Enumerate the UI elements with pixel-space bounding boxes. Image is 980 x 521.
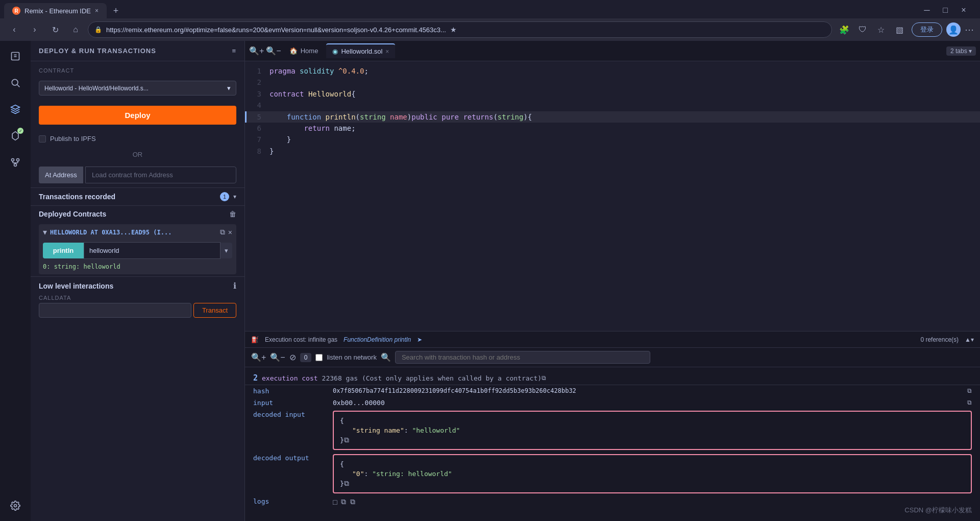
zoom-out-btn[interactable]: 🔍− <box>266 46 281 56</box>
forward-btn[interactable]: › <box>27 21 43 38</box>
deployed-contract: ▾ HELLOWORLD AT 0XA13...EAD95 (I... ⧉ × … <box>39 224 236 274</box>
login-btn[interactable]: 登录 <box>912 22 942 37</box>
contract-name: HELLOWORLD AT 0XA13...EAD95 (I... <box>50 229 217 236</box>
browser-chrome: R Remix - Ethereum IDE × + ─ □ × ‹ › ↻ ⌂… <box>0 0 980 41</box>
execution-header: 2 execution cost 22368 gas (Cost only ap… <box>245 371 980 385</box>
sidebar-icon-deploy[interactable] <box>6 100 24 119</box>
copy-contract-btn[interactable]: ⧉ <box>220 228 225 236</box>
new-tab-btn[interactable]: + <box>107 3 125 18</box>
tab-helloworld[interactable]: ◉ Helloworld.sol × <box>326 43 395 58</box>
home-tab-label: Home <box>301 47 318 55</box>
tab-home[interactable]: 🏠 Home <box>283 44 325 58</box>
decoded-input-label: decoded input <box>253 411 325 418</box>
at-address-row: At Address Load contract from Address <box>39 167 236 183</box>
method-result: 0: string: helloworld <box>39 261 236 274</box>
terminal-zoom-out[interactable]: 🔍− <box>270 352 285 362</box>
user-avatar: 👤 <box>946 22 961 37</box>
sidebar-icon-file[interactable] <box>6 47 24 65</box>
editor-area: 🔍+ 🔍− 🏠 Home ◉ Helloworld.sol × 2 tabs ▾… <box>245 41 980 521</box>
method-input[interactable] <box>84 242 220 259</box>
transact-btn[interactable]: Transact <box>193 303 236 318</box>
input-row: input 0xb00...00000 ⧉ <box>245 397 980 409</box>
logs-action3-btn[interactable]: ⧉ <box>350 498 355 506</box>
home-btn[interactable]: ⌂ <box>67 21 84 38</box>
copy-decoded-output-btn[interactable]: ⧉ <box>344 479 349 488</box>
method-btn[interactable]: println <box>43 243 84 258</box>
arrow-icon: ➤ <box>417 336 422 343</box>
svg-marker-5 <box>12 132 18 140</box>
decoded-output-label: decoded output <box>253 454 325 462</box>
code-line-1: 1 pragma solidity ^0.4.0; <box>245 65 980 77</box>
at-address-btn[interactable]: At Address <box>39 167 83 183</box>
transactions-recorded-section[interactable]: Transactions recorded 1 ▾ <box>31 187 244 205</box>
sidebar-btn[interactable]: ▧ <box>891 21 908 38</box>
listen-checkbox[interactable] <box>315 354 323 361</box>
svg-line-4 <box>17 85 20 87</box>
sidebar-icon-git[interactable] <box>6 153 24 172</box>
sidebar-icon-search[interactable] <box>6 74 24 92</box>
copy-decoded-input-btn[interactable]: ⧉ <box>344 436 349 444</box>
zoom-in-btn[interactable]: 🔍+ <box>249 46 264 56</box>
home-tab-icon: 🏠 <box>289 47 298 55</box>
gas-icon: ⛽ <box>251 336 259 343</box>
active-tab[interactable]: R Remix - Ethereum IDE × <box>4 3 107 18</box>
hash-label: hash <box>253 387 325 395</box>
logs-actions: □ ⧉ ⧉ <box>333 498 355 506</box>
deployed-contracts-section[interactable]: Deployed Contracts 🗑 <box>31 205 244 222</box>
file-tab-close[interactable]: × <box>385 48 389 55</box>
svg-point-7 <box>12 159 14 161</box>
nav-menu-btn[interactable]: ⋯ <box>965 24 974 35</box>
sidebar-icon-settings[interactable] <box>6 496 24 515</box>
terminal-zoom-in[interactable]: 🔍+ <box>251 352 266 362</box>
refresh-btn[interactable]: ↻ <box>47 21 63 38</box>
close-window-btn[interactable]: × <box>955 2 972 18</box>
transactions-badge: 1 <box>220 192 229 201</box>
logs-action1-btn[interactable]: □ <box>333 498 337 506</box>
close-contract-btn[interactable]: × <box>228 228 232 236</box>
references-status: 0 reference(s) <box>920 336 959 343</box>
copy-gas-btn[interactable]: ⧉ <box>542 374 546 382</box>
collapse-icon[interactable]: ▾ <box>43 227 47 237</box>
decoded-output-field: "0": "string: helloworld" <box>340 469 965 479</box>
contract-select[interactable]: Helloworld - HelloWorld/Helloworld.s... … <box>39 81 236 96</box>
tabs-count[interactable]: 2 tabs ▾ <box>946 46 976 56</box>
maximize-btn[interactable]: □ <box>937 2 953 18</box>
exec-number: 2 <box>253 373 258 383</box>
hash-row: hash 0x7f85067ba774f11d228009231099dfc40… <box>245 385 980 397</box>
file-tab-icon: ◉ <box>332 48 338 55</box>
deploy-btn[interactable]: Deploy <box>39 106 236 125</box>
contract-select-chevron: ▾ <box>227 84 231 92</box>
sidebar-icon-plugin[interactable]: ✓ <box>6 127 24 145</box>
tx-details: 2 execution cost 22368 gas (Cost only ap… <box>245 367 980 521</box>
panel-header: DEPLOY & RUN TRANSACTIONS ≡ <box>31 41 244 61</box>
contract-method-row: println ▾ <box>43 242 232 259</box>
decoded-input-field: "string name": "helloworld" <box>340 425 965 435</box>
logs-action2-btn[interactable]: ⧉ <box>341 498 346 506</box>
minimize-btn[interactable]: ─ <box>919 2 935 18</box>
load-contract-btn[interactable]: Load contract from Address <box>85 167 236 183</box>
calldata-input[interactable] <box>39 303 191 318</box>
url-bar[interactable]: 🔒 https://remix.ethereum.org/#optimize=f… <box>88 21 832 38</box>
back-btn[interactable]: ‹ <box>6 21 22 38</box>
shield-btn[interactable]: 🛡 <box>854 21 871 38</box>
sidebar-icons: ✓ <box>0 41 31 521</box>
code-line-2: 2 <box>245 77 980 88</box>
expand-refs-btn[interactable]: ▲▾ <box>965 336 974 343</box>
info-icon: ℹ <box>233 281 236 291</box>
gas-value: 22368 gas (Cost only applies when called… <box>322 374 542 382</box>
copy-input-btn[interactable]: ⧉ <box>967 399 972 406</box>
copy-hash-btn[interactable]: ⧉ <box>967 387 972 394</box>
method-expand-btn[interactable]: ▾ <box>220 243 232 258</box>
transactions-chevron: ▾ <box>233 193 236 200</box>
terminal-search-input[interactable] <box>395 351 650 364</box>
publish-checkbox[interactable] <box>39 135 46 143</box>
extensions-btn[interactable]: 🧩 <box>836 21 852 38</box>
stop-btn[interactable]: ⊘ <box>289 352 296 362</box>
panel-menu-icon[interactable]: ≡ <box>232 47 236 55</box>
terminal-search-icon-btn[interactable]: 🔍 <box>381 352 391 362</box>
decoded-output-close-row: } ⧉ <box>340 479 965 488</box>
execution-cost-label: execution cost <box>262 374 318 382</box>
tab-close-btn[interactable]: × <box>95 7 99 14</box>
trash-icon[interactable]: 🗑 <box>229 210 236 218</box>
bookmark-btn[interactable]: ☆ <box>873 21 889 38</box>
